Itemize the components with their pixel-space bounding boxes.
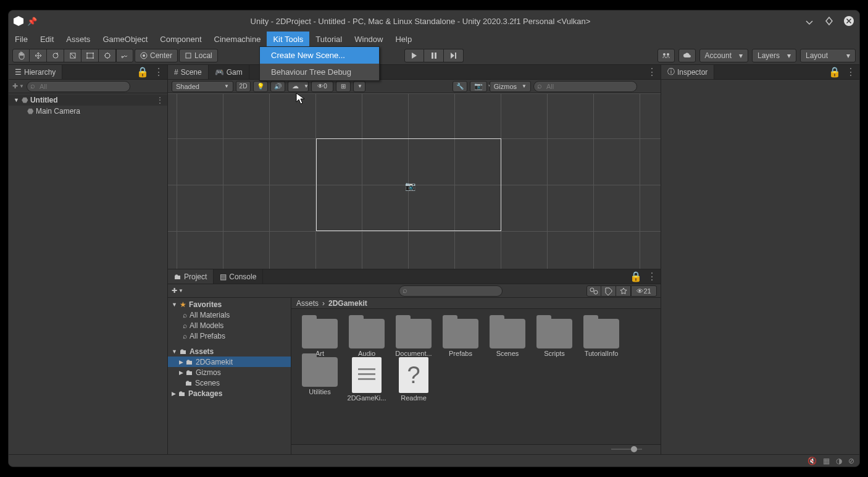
menu-file[interactable]: File bbox=[9, 32, 34, 46]
camera-toggle[interactable]: ⊞ bbox=[336, 81, 351, 92]
menu-kit-tools[interactable]: Kit Tools bbox=[267, 32, 309, 46]
inspector-icon: ⓘ bbox=[667, 67, 675, 77]
project-tab[interactable]: 🖿Project bbox=[168, 269, 214, 284]
hand-tool-button[interactable] bbox=[12, 49, 30, 62]
dropdown-behaviour-tree-debug[interactable]: Behaviour Tree Debug bbox=[260, 64, 379, 80]
favorite-button[interactable] bbox=[616, 285, 631, 297]
menu-window[interactable]: Window bbox=[348, 32, 389, 46]
rotate-tool-button[interactable] bbox=[47, 49, 64, 62]
hidden-packages-button[interactable]: 👁21 bbox=[631, 285, 657, 297]
audio-toggle[interactable]: 🔊 bbox=[270, 81, 285, 92]
handle-toggle[interactable]: Local bbox=[179, 49, 218, 62]
close-button[interactable] bbox=[843, 15, 854, 27]
step-button[interactable] bbox=[444, 49, 464, 62]
menu-edit[interactable]: Edit bbox=[34, 32, 60, 46]
asset-tutorialinfo[interactable]: TutorialInfo bbox=[578, 319, 625, 357]
scene-search-input[interactable] bbox=[533, 81, 637, 92]
options-icon[interactable]: ⋮ bbox=[647, 271, 657, 282]
asset-2dgameki-[interactable]: 2DGameKi... bbox=[343, 357, 390, 402]
filter-label-button[interactable] bbox=[601, 285, 616, 297]
asset-document-[interactable]: Document... bbox=[390, 319, 437, 357]
pin-icon[interactable]: 📌 bbox=[27, 17, 37, 26]
tools-button[interactable]: 🔧 bbox=[453, 81, 467, 92]
assets-folder[interactable]: ▼🖿Assets bbox=[168, 346, 291, 357]
asset-label: Prefabs bbox=[449, 350, 472, 357]
lock-icon[interactable]: 🔒 bbox=[630, 271, 642, 282]
menu-help[interactable]: Help bbox=[389, 32, 418, 46]
status-icon-3[interactable]: ◑ bbox=[836, 457, 842, 465]
asset-scripts[interactable]: Scripts bbox=[531, 319, 578, 357]
pause-button[interactable] bbox=[424, 49, 444, 62]
asset-scenes[interactable]: Scenes bbox=[484, 319, 531, 357]
filter-type-button[interactable] bbox=[586, 285, 601, 297]
options-icon[interactable]: ⋮ bbox=[647, 66, 657, 78]
account-dropdown[interactable]: Account▾ bbox=[699, 49, 748, 62]
asset-art[interactable]: Art bbox=[296, 319, 343, 357]
scene-camera-dropdown[interactable]: ▼ bbox=[353, 81, 365, 92]
breadcrumb-2dgamekit[interactable]: 2DGamekit bbox=[328, 299, 367, 308]
folder-gizmos[interactable]: ▶🖿Gizmos bbox=[168, 367, 291, 378]
hierarchy-root[interactable]: ▼ ⬣ Untitled ⋮ bbox=[9, 95, 167, 106]
custom-tool-button[interactable] bbox=[116, 49, 133, 62]
breadcrumb-assets[interactable]: Assets bbox=[296, 299, 319, 308]
minimize-button[interactable] bbox=[804, 15, 815, 27]
camera-gizmo-icon[interactable]: 📷 bbox=[405, 181, 415, 191]
thumbnail-size-slider[interactable] bbox=[611, 446, 642, 452]
scene-view[interactable]: 📷 bbox=[168, 93, 661, 269]
effects-dropdown[interactable]: ☁▼ bbox=[288, 81, 309, 92]
scale-tool-button[interactable] bbox=[64, 49, 81, 62]
scene-tab[interactable]: #Scene bbox=[168, 65, 209, 79]
layout-dropdown[interactable]: Layout▾ bbox=[800, 49, 856, 62]
project-search-input[interactable] bbox=[399, 285, 503, 297]
lock-icon[interactable]: 🔒 bbox=[828, 66, 841, 78]
menu-tutorial[interactable]: Tutorial bbox=[309, 32, 348, 46]
camera-settings[interactable]: 📷▼ bbox=[470, 81, 487, 92]
status-icon-4[interactable]: ⊘ bbox=[848, 457, 854, 465]
options-icon[interactable]: ⋮ bbox=[154, 66, 164, 78]
maximize-button[interactable] bbox=[824, 15, 835, 27]
collab-button[interactable] bbox=[657, 49, 675, 62]
pivot-toggle[interactable]: Center bbox=[135, 49, 178, 62]
move-tool-button[interactable] bbox=[30, 49, 47, 62]
cloud-button[interactable] bbox=[678, 49, 696, 62]
options-icon[interactable]: ⋮ bbox=[846, 66, 856, 78]
rect-tool-button[interactable] bbox=[81, 49, 99, 62]
create-dropdown[interactable]: ✚▼ bbox=[12, 82, 24, 90]
folder-2dgamekit[interactable]: ▶🖿2DGamekit bbox=[168, 357, 291, 367]
fav-all-materials[interactable]: ⌕All Materials bbox=[168, 310, 291, 320]
game-tab[interactable]: 🎮Gam bbox=[209, 65, 249, 79]
shading-dropdown[interactable]: Shaded▼ bbox=[172, 81, 233, 92]
packages-folder[interactable]: ▶🖿Packages bbox=[168, 388, 291, 399]
status-icon-1[interactable]: 🔇 bbox=[807, 457, 817, 465]
row-options-icon[interactable]: ⋮ bbox=[156, 96, 167, 104]
fav-all-prefabs[interactable]: ⌕All Prefabs bbox=[168, 331, 291, 341]
favorites-folder[interactable]: ▼★Favorites bbox=[168, 299, 291, 310]
asset-audio[interactable]: Audio bbox=[343, 319, 390, 357]
menu-assets[interactable]: Assets bbox=[60, 32, 96, 46]
lighting-toggle[interactable]: 💡 bbox=[253, 81, 268, 92]
dropdown-create-new-scene[interactable]: Create New Scene... bbox=[260, 47, 379, 64]
menu-gameobject[interactable]: GameObject bbox=[96, 32, 154, 46]
hierarchy-search-input[interactable] bbox=[27, 81, 130, 92]
2d-toggle[interactable]: 2D bbox=[236, 81, 251, 92]
asset-readme[interactable]: Readme bbox=[390, 357, 437, 402]
folder-scenes[interactable]: 🖿Scenes bbox=[168, 378, 291, 388]
layers-dropdown[interactable]: Layers▾ bbox=[752, 49, 796, 62]
play-button[interactable] bbox=[404, 49, 424, 62]
asset-prefabs[interactable]: Prefabs bbox=[437, 319, 484, 357]
console-tab-label: Console bbox=[229, 272, 256, 281]
create-dropdown[interactable]: ✚▼ bbox=[172, 287, 183, 295]
fav-all-models[interactable]: ⌕All Models bbox=[168, 320, 291, 331]
transform-tool-button[interactable] bbox=[99, 49, 116, 62]
gizmos-dropdown[interactable]: Gizmos▼ bbox=[490, 81, 531, 92]
hierarchy-tab[interactable]: ☰ Hierarchy bbox=[9, 65, 62, 79]
hierarchy-item-main-camera[interactable]: ⬣ Main Camera bbox=[9, 106, 167, 117]
asset-utilities[interactable]: Utilities bbox=[296, 357, 343, 402]
visibility-toggle[interactable]: 👁0 bbox=[311, 81, 333, 92]
inspector-tab[interactable]: ⓘInspector bbox=[661, 65, 714, 79]
lock-icon[interactable]: 🔒 bbox=[136, 66, 149, 78]
menu-cinemachine[interactable]: Cinemachine bbox=[208, 32, 267, 46]
menu-component[interactable]: Component bbox=[154, 32, 207, 46]
status-icon-2[interactable]: ▦ bbox=[823, 457, 830, 465]
console-tab[interactable]: ▤Console bbox=[214, 269, 263, 284]
